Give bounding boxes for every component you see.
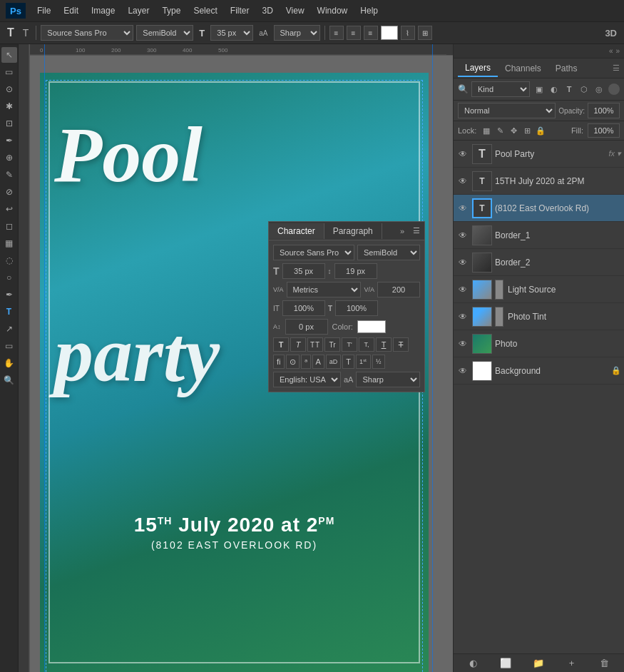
layer-border2[interactable]: 👁 Border_2: [454, 249, 624, 276]
shape-tool[interactable]: ▭: [1, 338, 17, 354]
lasso-tool[interactable]: ⊙: [1, 81, 17, 97]
pixel-filter-icon[interactable]: ▣: [533, 83, 546, 96]
char-font-family-select[interactable]: Source Sans Pro: [273, 245, 354, 260]
menu-layer[interactable]: Layer: [122, 4, 155, 17]
layer-photo[interactable]: 👁 Photo: [454, 330, 624, 357]
menu-filter[interactable]: Filter: [225, 4, 255, 17]
dodge-tool[interactable]: ○: [1, 270, 17, 285]
clone-tool[interactable]: ⊘: [1, 184, 17, 200]
char-font-weight-select[interactable]: SemiBold: [357, 245, 420, 260]
panel-collapse-icon[interactable]: «: [608, 47, 615, 55]
menu-type[interactable]: Type: [156, 4, 186, 17]
underline-button[interactable]: T: [376, 337, 392, 352]
filter-kind-select[interactable]: Kind: [471, 81, 530, 97]
zoom-tool[interactable]: 🔍: [1, 372, 17, 388]
menu-image[interactable]: Image: [86, 4, 121, 17]
layer-visibility-icon[interactable]: 👁: [456, 283, 469, 296]
align-center-button[interactable]: ≡: [347, 26, 361, 40]
smallcaps-button[interactable]: Tr: [324, 337, 340, 352]
layer-date[interactable]: 👁 T 15TH July 2020 at 2PM: [454, 168, 624, 195]
char-color-swatch[interactable]: [357, 320, 386, 333]
layers-menu-button[interactable]: ☰: [613, 63, 620, 73]
layer-photo-tint[interactable]: 👁 Photo Tint: [454, 303, 624, 330]
text-filter-icon[interactable]: T: [563, 83, 576, 96]
kerning-input[interactable]: 200: [377, 282, 420, 297]
panel-expand-icon[interactable]: »: [396, 227, 409, 235]
layer-light-source[interactable]: 👁 Light Source: [454, 276, 624, 303]
font-size-select[interactable]: 35 px: [210, 25, 253, 41]
font-family-select[interactable]: Source Sans Pro: [41, 25, 133, 41]
quick-select-tool[interactable]: ✱: [1, 98, 17, 114]
layer-visibility-icon[interactable]: 👁: [456, 202, 469, 215]
lock-pixels-icon[interactable]: ✎: [494, 125, 506, 136]
leading-input[interactable]: 19 px: [334, 263, 377, 279]
panel-menu-icon[interactable]: ☰: [409, 226, 424, 235]
layer-visibility-icon[interactable]: 👁: [456, 256, 469, 269]
font-weight-select[interactable]: SemiBold: [136, 25, 193, 41]
layer-border1[interactable]: 👁 Border_1: [454, 222, 624, 249]
warp-text-button[interactable]: ⌇: [401, 26, 415, 40]
crop-tool[interactable]: ⊡: [1, 116, 17, 131]
three-d-button[interactable]: 3D: [602, 28, 620, 39]
fill-input[interactable]: [588, 123, 620, 138]
menu-help[interactable]: Help: [354, 4, 384, 17]
add-layer-button[interactable]: +: [565, 656, 579, 671]
options-button[interactable]: ⊞: [418, 26, 432, 40]
language-select[interactable]: English: USA: [273, 372, 341, 387]
character-tab[interactable]: Character: [269, 223, 324, 239]
hand-tool[interactable]: ✋: [1, 355, 17, 371]
superscript-button[interactable]: T': [342, 337, 357, 352]
lock-position-icon[interactable]: ✥: [508, 125, 519, 136]
fractions-button[interactable]: T: [342, 355, 354, 369]
discretionary-button[interactable]: aD: [326, 355, 342, 369]
align-left-button[interactable]: ≡: [329, 26, 344, 40]
add-mask-button[interactable]: ⬜: [498, 656, 513, 671]
layer-visibility-icon[interactable]: 👁: [456, 310, 469, 323]
stylistic-button[interactable]: A: [312, 355, 324, 369]
blur-tool[interactable]: ◌: [1, 253, 17, 268]
layer-background[interactable]: 👁 Background 🔒: [454, 357, 624, 385]
layer-visibility-icon[interactable]: 👁: [456, 337, 469, 350]
smartobj-filter-icon[interactable]: ◎: [593, 83, 605, 96]
menu-select[interactable]: Select: [188, 4, 223, 17]
layer-visibility-icon[interactable]: 👁: [456, 365, 469, 377]
filter-toggle[interactable]: [608, 83, 620, 95]
eraser-tool[interactable]: ◻: [1, 218, 17, 234]
layer-visibility-icon[interactable]: 👁: [456, 175, 469, 188]
menu-3d[interactable]: 3D: [256, 4, 278, 17]
tracking-select[interactable]: Metrics: [287, 282, 362, 297]
opacity-input[interactable]: [588, 103, 620, 118]
menu-file[interactable]: File: [31, 4, 56, 17]
text-tool-button[interactable]: T: [4, 25, 17, 41]
healing-tool[interactable]: ⊕: [1, 150, 17, 166]
lock-artboard-icon[interactable]: ⊞: [521, 125, 533, 136]
fi-ligature-button[interactable]: fi: [273, 355, 285, 369]
channels-tab[interactable]: Channels: [498, 61, 548, 76]
eyedropper-tool[interactable]: ✒: [1, 133, 17, 148]
char-antialiasing-select[interactable]: Sharp: [356, 372, 420, 387]
superscript2-button[interactable]: 1ˢᵗ: [356, 355, 371, 369]
path-select-tool[interactable]: ↗: [1, 321, 17, 337]
layer-visibility-icon[interactable]: 👁: [456, 148, 469, 161]
menu-window[interactable]: Window: [312, 4, 354, 17]
layer-pool-party[interactable]: 👁 T Pool Party fx ▾: [454, 141, 624, 168]
lock-transparent-icon[interactable]: ▦: [481, 125, 492, 136]
paragraph-tab[interactable]: Paragraph: [324, 223, 382, 239]
font-size-input[interactable]: 35 px: [282, 263, 325, 279]
paths-tab[interactable]: Paths: [548, 61, 585, 76]
move-tool[interactable]: ↖: [1, 47, 17, 63]
ordinal-button[interactable]: ⊙: [286, 355, 300, 369]
text-tool-alt-button[interactable]: T: [20, 26, 32, 40]
layer-visibility-icon[interactable]: 👁: [456, 229, 469, 242]
allcaps-button[interactable]: TT: [307, 337, 323, 352]
pen-tool[interactable]: ✒: [1, 287, 17, 302]
text-tool[interactable]: T: [1, 304, 17, 320]
layers-tab[interactable]: Layers: [458, 60, 498, 77]
italic-button[interactable]: T: [290, 337, 306, 352]
add-adjustment-button[interactable]: ◐: [466, 656, 480, 671]
baseline-input[interactable]: 0 px: [285, 319, 328, 335]
bold-button[interactable]: T: [273, 337, 289, 352]
adjustment-filter-icon[interactable]: ◐: [548, 83, 561, 96]
add-group-button[interactable]: 📁: [531, 656, 546, 671]
blend-mode-select[interactable]: Normal: [458, 103, 556, 118]
